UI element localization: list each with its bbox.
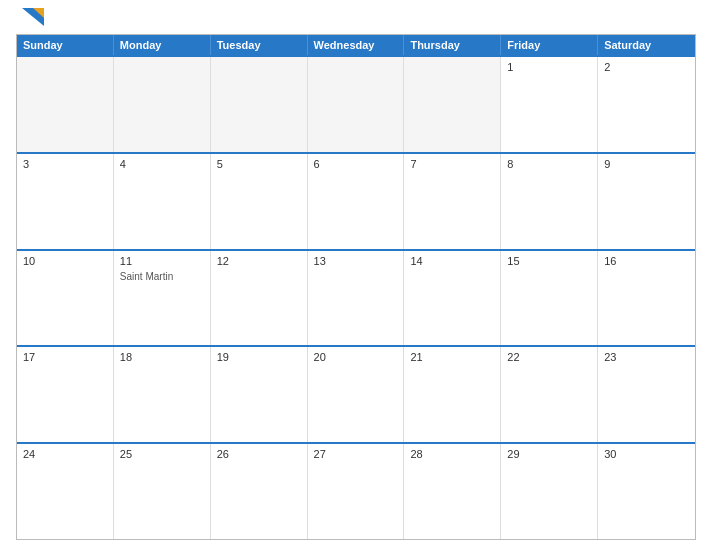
- calendar-event: Saint Martin: [120, 271, 204, 282]
- col-sunday: Sunday: [17, 35, 114, 55]
- day-num-29: 29: [507, 448, 591, 460]
- week-row-3: 17181920212223: [17, 345, 695, 442]
- table-row: 8: [501, 154, 598, 249]
- day-num-21: 21: [410, 351, 494, 363]
- table-row: 29: [501, 444, 598, 539]
- day-num-22: 22: [507, 351, 591, 363]
- table-row: 6: [308, 154, 405, 249]
- day-num-8: 8: [507, 158, 591, 170]
- col-thursday: Thursday: [404, 35, 501, 55]
- table-row: 20: [308, 347, 405, 442]
- day-num-16: 16: [604, 255, 689, 267]
- table-row: 15: [501, 251, 598, 346]
- table-row: [308, 57, 405, 152]
- table-row: [404, 57, 501, 152]
- calendar-page: Sunday Monday Tuesday Wednesday Thursday…: [0, 0, 712, 550]
- day-num-25: 25: [120, 448, 204, 460]
- col-monday: Monday: [114, 35, 211, 55]
- day-num-14: 14: [410, 255, 494, 267]
- table-row: 9: [598, 154, 695, 249]
- table-row: [211, 57, 308, 152]
- table-row: 2: [598, 57, 695, 152]
- table-row: 10: [17, 251, 114, 346]
- table-row: 3: [17, 154, 114, 249]
- day-num-9: 9: [604, 158, 689, 170]
- week-row-1: 3456789: [17, 152, 695, 249]
- table-row: [114, 57, 211, 152]
- day-num-4: 4: [120, 158, 204, 170]
- day-num-5: 5: [217, 158, 301, 170]
- table-row: 24: [17, 444, 114, 539]
- table-row: 27: [308, 444, 405, 539]
- day-num-18: 18: [120, 351, 204, 363]
- table-row: [17, 57, 114, 152]
- calendar-body: 1234567891011Saint Martin121314151617181…: [17, 55, 695, 539]
- day-num-30: 30: [604, 448, 689, 460]
- table-row: 1: [501, 57, 598, 152]
- table-row: 22: [501, 347, 598, 442]
- day-num-12: 12: [217, 255, 301, 267]
- table-row: 12: [211, 251, 308, 346]
- day-num-6: 6: [314, 158, 398, 170]
- day-num-10: 10: [23, 255, 107, 267]
- table-row: 19: [211, 347, 308, 442]
- col-tuesday: Tuesday: [211, 35, 308, 55]
- table-row: 21: [404, 347, 501, 442]
- day-num-19: 19: [217, 351, 301, 363]
- header: [16, 10, 696, 26]
- table-row: 23: [598, 347, 695, 442]
- week-row-4: 24252627282930: [17, 442, 695, 539]
- logo-flag-icon: [22, 8, 44, 26]
- day-num-13: 13: [314, 255, 398, 267]
- day-num-26: 26: [217, 448, 301, 460]
- table-row: 26: [211, 444, 308, 539]
- week-row-0: 12: [17, 55, 695, 152]
- day-num-17: 17: [23, 351, 107, 363]
- logo: [20, 10, 44, 26]
- day-num-3: 3: [23, 158, 107, 170]
- table-row: 17: [17, 347, 114, 442]
- table-row: 11Saint Martin: [114, 251, 211, 346]
- day-num-20: 20: [314, 351, 398, 363]
- week-row-2: 1011Saint Martin1213141516: [17, 249, 695, 346]
- day-num-28: 28: [410, 448, 494, 460]
- day-num-11: 11: [120, 255, 204, 267]
- table-row: 4: [114, 154, 211, 249]
- day-num-1: 1: [507, 61, 591, 73]
- table-row: 16: [598, 251, 695, 346]
- table-row: 18: [114, 347, 211, 442]
- day-num-27: 27: [314, 448, 398, 460]
- table-row: 30: [598, 444, 695, 539]
- table-row: 5: [211, 154, 308, 249]
- table-row: 28: [404, 444, 501, 539]
- day-num-2: 2: [604, 61, 689, 73]
- day-num-15: 15: [507, 255, 591, 267]
- col-friday: Friday: [501, 35, 598, 55]
- col-wednesday: Wednesday: [308, 35, 405, 55]
- calendar-header-row: Sunday Monday Tuesday Wednesday Thursday…: [17, 35, 695, 55]
- col-saturday: Saturday: [598, 35, 695, 55]
- day-num-24: 24: [23, 448, 107, 460]
- table-row: 7: [404, 154, 501, 249]
- calendar: Sunday Monday Tuesday Wednesday Thursday…: [16, 34, 696, 540]
- table-row: 25: [114, 444, 211, 539]
- day-num-7: 7: [410, 158, 494, 170]
- table-row: 13: [308, 251, 405, 346]
- table-row: 14: [404, 251, 501, 346]
- day-num-23: 23: [604, 351, 689, 363]
